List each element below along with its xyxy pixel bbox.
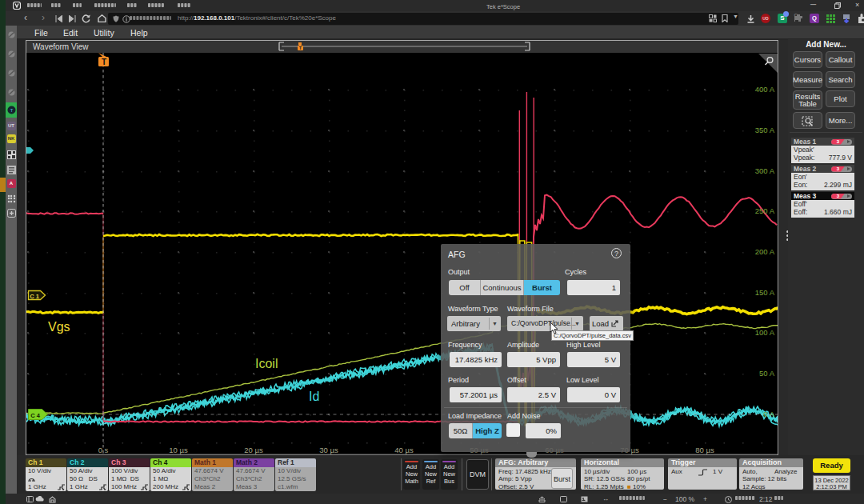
svg-text:300 A: 300 A xyxy=(755,166,775,175)
svg-text:30 µs: 30 µs xyxy=(319,446,338,454)
svg-text:Id: Id xyxy=(309,390,319,403)
svg-text:C 4: C 4 xyxy=(30,412,41,419)
svg-text:10 µs: 10 µs xyxy=(169,446,188,454)
svg-text:0 s: 0 s xyxy=(98,446,109,454)
svg-text:0 A: 0 A xyxy=(763,410,774,418)
svg-text:350 A: 350 A xyxy=(755,126,775,134)
svg-text:T: T xyxy=(102,58,106,66)
svg-text:Vgs: Vgs xyxy=(48,320,70,334)
svg-text:250 A: 250 A xyxy=(755,206,775,215)
svg-text:80 µs: 80 µs xyxy=(695,446,714,454)
svg-text:20 µs: 20 µs xyxy=(244,446,263,454)
svg-text:C 1: C 1 xyxy=(30,293,39,300)
svg-text:100 A: 100 A xyxy=(755,328,775,337)
svg-text:T: T xyxy=(10,108,13,113)
svg-text:150 A: 150 A xyxy=(755,288,775,297)
svg-text:40 µs: 40 µs xyxy=(394,446,414,454)
svg-text:Icoil: Icoil xyxy=(255,357,278,370)
svg-text:200 A: 200 A xyxy=(755,247,775,256)
svg-text:50 A: 50 A xyxy=(759,369,775,378)
svg-text:400 A: 400 A xyxy=(755,85,775,94)
